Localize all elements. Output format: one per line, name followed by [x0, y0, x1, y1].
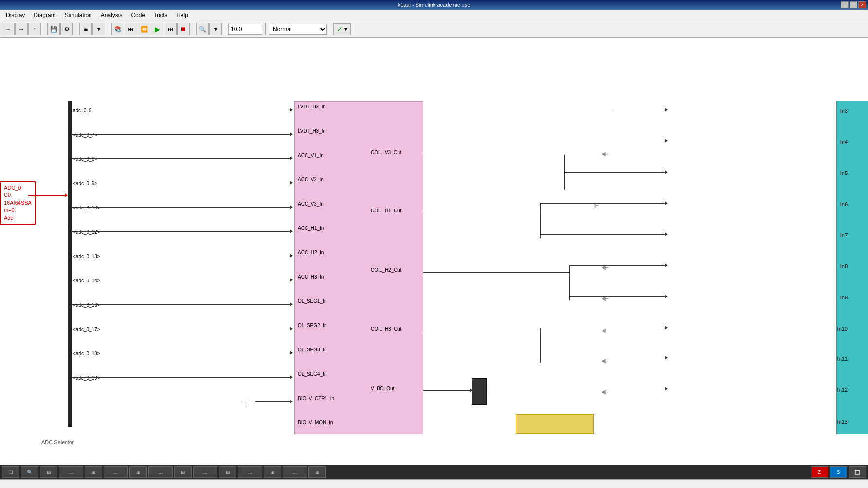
- wire-h-in6-from: [540, 203, 614, 204]
- forward-button[interactable]: →: [15, 23, 28, 35]
- wire-in3: [614, 110, 667, 110]
- taskbar-btn-11[interactable]: ⊞: [219, 466, 236, 478]
- port-in11: In11: [837, 356, 848, 362]
- adc-block[interactable]: ADC_0 C0 16AI64SSA m=0 Adc: [0, 181, 36, 225]
- yellow-block[interactable]: [516, 414, 594, 434]
- wire-in8: [614, 265, 667, 266]
- port-in7: In7: [840, 232, 848, 238]
- wire-010: [72, 207, 292, 208]
- port-label-adc07: <adc_0_7>: [73, 132, 97, 138]
- port-label-adc016: <adc_0_16>: [73, 302, 100, 308]
- arrow-019: [290, 375, 293, 379]
- sim-mode-select[interactable]: Normal Accelerator Rapid Accelerator: [269, 24, 327, 35]
- wire-09: [72, 183, 292, 183]
- taskbar-close[interactable]: 🔳: [849, 466, 866, 478]
- port-label-adc013: <adc_0_13>: [73, 254, 100, 259]
- library-button[interactable]: 📚: [111, 23, 124, 35]
- taskbar-btn-3[interactable]: ⊞: [40, 466, 57, 478]
- canvas-area[interactable]: ADC_0 C0 16AI64SSA m=0 Adc ADC Selector …: [0, 38, 868, 479]
- arrow-07: [290, 132, 293, 136]
- signal-acc-h3: ACC_H3_In: [298, 274, 324, 279]
- check-button[interactable]: ✓ ▾: [333, 23, 351, 35]
- arrow-08: [290, 157, 293, 160]
- ground-in9: ⏚: [603, 295, 608, 303]
- save-button[interactable]: 💾: [47, 23, 60, 35]
- taskbar-btn-9[interactable]: ⊞: [174, 466, 192, 478]
- wire-v-coilh2: [569, 265, 570, 300]
- port-in9: In9: [840, 295, 848, 300]
- maximize-button[interactable]: □: [850, 1, 857, 8]
- zoom-button[interactable]: 🔍: [196, 23, 209, 35]
- port-label-adc019: <adc_0_19>: [73, 375, 100, 381]
- arrow-in8: [665, 263, 668, 267]
- wire-in9: [614, 296, 667, 297]
- taskbar-btn-7[interactable]: ⊞: [129, 466, 147, 478]
- port-in13: In13: [837, 419, 848, 425]
- wire-018: [72, 353, 292, 353]
- step-back-button[interactable]: ⏮: [125, 23, 137, 35]
- coil-h2-out: COIL_H2_Out: [371, 267, 401, 273]
- wire-013: [72, 256, 292, 256]
- taskbar-btn-12[interactable]: ...: [238, 466, 262, 478]
- coil-v3-out: COIL_V3_Out: [371, 150, 401, 155]
- adc-param: m=0: [4, 207, 32, 214]
- sim-time-input[interactable]: 10.0: [228, 24, 262, 35]
- port-in3: In3: [840, 108, 848, 114]
- step-button[interactable]: ⏭: [164, 23, 177, 35]
- toolbar-sep-1: [44, 23, 44, 35]
- wire-07: [72, 134, 292, 135]
- menu-tools[interactable]: Tools: [150, 11, 171, 19]
- back-button[interactable]: ←: [2, 23, 15, 35]
- port-in6: In6: [840, 201, 848, 207]
- taskbar-btn-8[interactable]: ...: [148, 466, 173, 478]
- list-button[interactable]: ≡: [79, 23, 92, 35]
- arrow-in3: [665, 108, 668, 112]
- taskbar-btn-13[interactable]: ⊞: [264, 466, 281, 478]
- up-button[interactable]: ↑: [28, 23, 41, 35]
- rewind-button[interactable]: ⏪: [138, 23, 150, 35]
- signal-bio-v-ctrl: BIO_V_CTRL_In: [298, 396, 334, 401]
- zoom-drop-button[interactable]: ▾: [209, 23, 222, 35]
- taskbar-btn-5[interactable]: ⊞: [85, 466, 102, 478]
- settings-button[interactable]: ⚙: [60, 23, 73, 35]
- taskbar-btn-6[interactable]: ...: [104, 466, 128, 478]
- menu-diagram[interactable]: Diagram: [30, 11, 59, 19]
- port-label-adc05: adc_0_5: [73, 108, 91, 113]
- list-drop-button[interactable]: ▾: [92, 23, 105, 35]
- taskbar-btn-2[interactable]: 🔍: [21, 466, 38, 478]
- menu-display[interactable]: Display: [2, 11, 29, 19]
- window-controls[interactable]: _ □ ×: [841, 1, 866, 8]
- taskbar-btn-10[interactable]: ...: [193, 466, 217, 478]
- port-label-adc010: <adc_0_10>: [73, 205, 100, 210]
- toolbar-sep-7: [330, 23, 330, 35]
- arrow-in11: [665, 356, 668, 360]
- play-button[interactable]: ▶: [151, 23, 163, 35]
- toolbar-sep-4: [193, 23, 193, 35]
- arrow-018: [290, 351, 293, 355]
- menu-help[interactable]: Help: [172, 11, 192, 19]
- close-button[interactable]: ×: [858, 1, 866, 8]
- taskbar-btn-1[interactable]: ❑: [2, 466, 19, 478]
- stop-button[interactable]: ⏹: [177, 23, 190, 35]
- menu-simulation[interactable]: Simulation: [61, 11, 96, 19]
- v-bo-dark-block[interactable]: [472, 378, 487, 405]
- menu-code[interactable]: Code: [127, 11, 149, 19]
- signal-ol-seg3: OL_SEG3_In: [298, 347, 326, 352]
- pink-subsystem-block[interactable]: [294, 101, 423, 434]
- taskbar-btn-15[interactable]: ⊞: [308, 466, 326, 478]
- adc-output-wire: [28, 195, 66, 196]
- arrow-in5: [665, 170, 668, 174]
- wire-h-in9-from: [569, 296, 614, 297]
- menu-analysis[interactable]: Analysis: [97, 11, 127, 19]
- adc-subtype: 16AI64SSA: [4, 199, 32, 207]
- taskbar-btn-4[interactable]: ...: [59, 466, 83, 478]
- minimize-button[interactable]: _: [841, 1, 849, 8]
- wire-h-in4: [564, 141, 614, 141]
- taskbar-simulink[interactable]: S: [830, 466, 847, 478]
- arrow-010: [290, 205, 293, 209]
- adc-name: ADC_0: [4, 184, 32, 192]
- diagram: ADC_0 C0 16AI64SSA m=0 Adc ADC Selector …: [0, 38, 868, 479]
- taskbar-btn-14[interactable]: ...: [283, 466, 307, 478]
- signal-acc-v2: ACC_V2_In: [298, 177, 324, 182]
- taskbar-matlab[interactable]: Σ: [811, 466, 828, 478]
